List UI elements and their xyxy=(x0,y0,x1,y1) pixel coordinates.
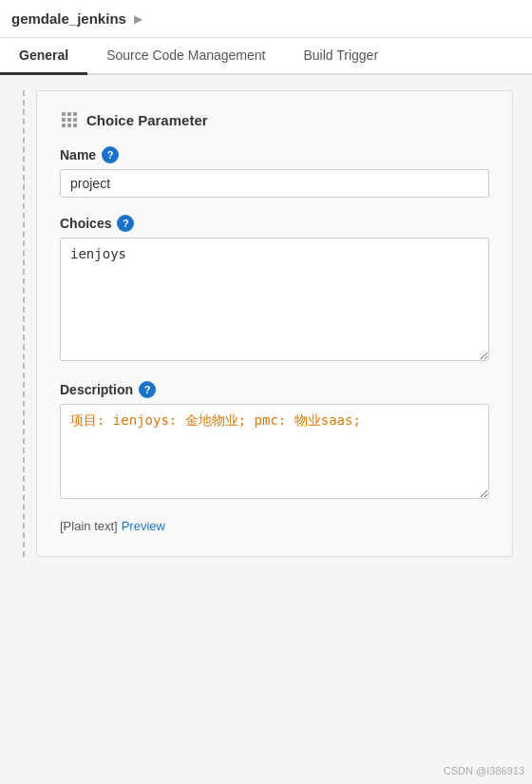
header-bar: gemdale_jenkins ▶ xyxy=(0,0,532,38)
name-field-group: Name ? xyxy=(60,146,489,198)
content-area: Choice Parameter Name ? Choices ? ienjoy… xyxy=(0,75,532,784)
description-label: Description ? xyxy=(60,381,489,398)
tab-general[interactable]: General xyxy=(0,38,87,75)
choices-textarea[interactable]: ienjoys xyxy=(60,238,489,361)
tab-source-code[interactable]: Source Code Management xyxy=(87,38,284,75)
choices-help-icon[interactable]: ? xyxy=(117,215,134,232)
tab-build-trigger[interactable]: Build Trigger xyxy=(284,38,397,75)
watermark: CSDN @I386913 xyxy=(444,765,524,776)
plain-text-label: [Plain text] xyxy=(60,519,118,533)
tab-bar: General Source Code Management Build Tri… xyxy=(0,38,532,75)
description-textarea[interactable]: 项目: ienjoys: 金地物业; pmc: 物业saas; xyxy=(60,404,489,499)
section-title: Choice Parameter xyxy=(86,112,208,128)
choices-field-group: Choices ? ienjoys xyxy=(60,215,489,364)
name-label: Name ? xyxy=(60,146,489,163)
section-header: Choice Parameter xyxy=(60,110,489,129)
bottom-links: [Plain text] Preview xyxy=(60,519,489,533)
choice-parameter-card: Choice Parameter Name ? Choices ? ienjoy… xyxy=(36,90,513,557)
description-help-icon[interactable]: ? xyxy=(139,381,156,398)
section-grid-icon xyxy=(60,110,79,129)
section-wrapper: Choice Parameter Name ? Choices ? ienjoy… xyxy=(23,90,513,557)
breadcrumb-arrow: ▶ xyxy=(134,12,142,26)
page-title: gemdale_jenkins xyxy=(11,10,126,27)
name-input[interactable] xyxy=(60,169,489,198)
name-help-icon[interactable]: ? xyxy=(102,146,119,163)
description-field-group: Description ? 项目: ienjoys: 金地物业; pmc: 物业… xyxy=(60,381,489,502)
preview-link[interactable]: Preview xyxy=(122,519,165,533)
choices-label: Choices ? xyxy=(60,215,489,232)
